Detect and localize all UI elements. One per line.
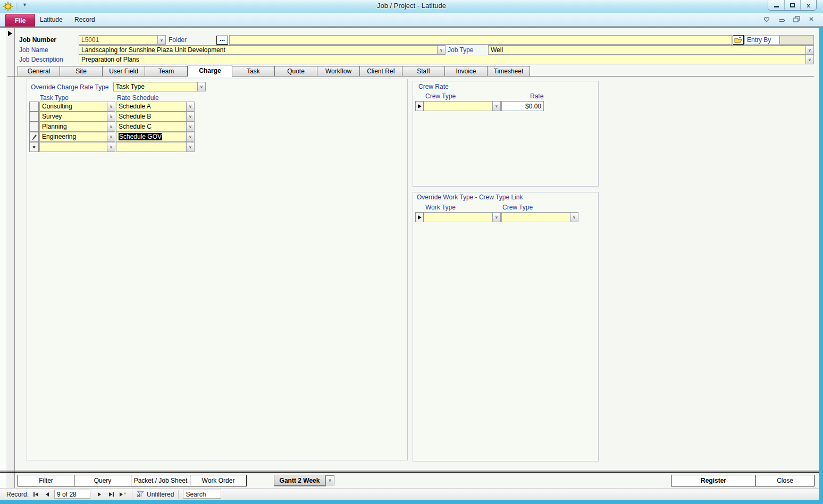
filter-button[interactable]: Filter [18,475,74,486]
task-type-cell[interactable]: ∨ [39,142,115,152]
query-button[interactable]: Query [74,475,131,486]
chevron-down-icon[interactable]: ∨ [186,132,194,141]
rate-schedule-cell[interactable]: ∨ [116,142,195,152]
mdi-close-icon[interactable]: ✕ [807,15,816,23]
register-button[interactable]: Register [671,475,756,486]
work-type-value [424,213,492,222]
next-record-button[interactable] [95,490,104,499]
chevron-down-icon[interactable]: ∨ [107,122,115,131]
job-type-label: Job Type [448,46,473,54]
tab-timesheet[interactable]: Timesheet [488,66,530,77]
record-selector-strip[interactable] [6,28,15,488]
job-type-combo[interactable]: Well ∨ [488,45,814,55]
mdi-restore-icon[interactable] [792,15,801,23]
chevron-down-icon[interactable]: ∨ [186,102,194,111]
menu-record[interactable]: Record [74,16,95,23]
override-charge-rate-type-combo[interactable]: Task Type ∨ [113,82,206,91]
open-folder-button[interactable] [733,35,744,45]
mdi-window-controls: ✕ [762,15,816,23]
tab-quote[interactable]: Quote [275,66,317,77]
work-order-button[interactable]: Work Order [190,475,247,486]
tab-invoice[interactable]: Invoice [445,66,488,77]
tab-workflow[interactable]: Workflow [317,66,360,77]
rate-schedule-cell-selected[interactable]: Schedule GOV ∨ [116,132,195,142]
window-controls: x [768,0,817,11]
row-selector[interactable] [29,112,39,122]
chevron-down-icon[interactable]: ∨ [186,122,194,131]
chevron-down-icon[interactable]: ∨ [186,142,194,152]
tab-task[interactable]: Task [232,66,275,77]
tab-site[interactable]: Site [60,66,103,77]
record-position-box[interactable]: 9 of 28 [54,490,90,499]
crew-type-cell[interactable]: ∨ [424,101,501,111]
job-project-form: Job Number L5001 ∨ Folder ... Entry By J… [0,28,819,488]
entry-by-label: Entry By [744,35,779,45]
chevron-down-icon[interactable]: ∨ [107,102,115,111]
search-input[interactable] [183,490,221,499]
tab-team[interactable]: Team [145,66,188,77]
heart-icon[interactable] [762,15,771,23]
new-row-selector[interactable]: * [29,142,39,152]
row-selector[interactable] [29,122,39,132]
chevron-down-icon[interactable]: ∨ [107,112,115,121]
work-type-cell[interactable]: ∨ [424,212,501,222]
row-selector-current[interactable] [415,212,424,222]
mdi-minimize-icon[interactable] [777,15,786,23]
rate-cell[interactable]: $0.00 [501,101,544,111]
task-type-cell[interactable]: Consulting ∨ [39,102,115,112]
filter-state-toggle[interactable]: Unfiltered [147,491,174,498]
task-type-cell[interactable]: Engineering ∨ [39,132,115,142]
record-navigation-bar: Record: 9 of 28 * Unfiltered [0,488,819,500]
chevron-down-icon[interactable]: ∨ [492,102,500,111]
rate-schedule-cell[interactable]: Schedule B ∨ [116,112,195,122]
close-form-button[interactable]: Close [755,475,814,486]
folder-path-field[interactable] [229,35,732,45]
crew-type-cell[interactable]: ∨ [501,212,578,222]
first-record-button[interactable] [31,490,40,499]
chevron-down-icon[interactable]: ∨ [492,213,500,222]
row-selector-editing[interactable] [29,132,39,142]
chevron-down-icon[interactable]: ∨ [437,46,445,54]
entry-by-field[interactable] [779,35,814,45]
chevron-down-icon[interactable]: ∨ [805,55,813,64]
tab-client-ref[interactable]: Client Ref [360,66,402,77]
menu-file[interactable]: File [5,14,35,27]
rate-schedule-cell[interactable]: Schedule C ∨ [116,122,195,132]
job-number-combo[interactable]: L5001 ∨ [79,35,166,45]
chevron-down-icon[interactable]: ∨ [197,82,205,91]
chevron-down-icon[interactable]: ∨ [805,46,813,54]
packet-job-sheet-button[interactable]: Packet / Job Sheet [131,475,190,486]
row-selector-current[interactable] [415,101,424,111]
last-record-button[interactable] [106,490,116,499]
chevron-down-icon[interactable]: ∨ [186,112,194,121]
previous-record-button[interactable] [43,490,52,499]
minimize-button[interactable] [768,0,784,10]
task-type-value: Survey [40,112,107,121]
new-record-button[interactable]: * [118,490,128,499]
menu-latitude[interactable]: Latitude [40,16,63,23]
tab-charge[interactable]: Charge [188,65,232,77]
close-button[interactable]: x [800,0,816,10]
chevron-down-icon[interactable]: ∨ [107,142,115,152]
tab-general[interactable]: General [18,66,60,77]
job-name-combo[interactable]: Landscaping for Sunshine Plaza Unit Deve… [79,45,446,55]
tab-user-field[interactable]: User Field [103,66,145,77]
override-charge-rate-type-value: Task Type [114,82,197,91]
row-selector[interactable] [29,102,39,112]
chevron-down-icon[interactable]: ∨ [570,213,578,222]
chevron-down-icon[interactable]: ∨ [157,36,165,44]
chevron-down-icon[interactable]: ∨ [107,132,115,141]
job-description-combo[interactable]: Preparation of Plans ∨ [79,55,814,64]
window-title: Job / Project - Latitude [0,2,823,10]
tab-strip: General Site User Field Team Charge Task… [18,66,530,77]
maximize-icon [790,3,795,7]
maximize-button[interactable] [784,0,800,10]
filter-cleared-icon[interactable] [137,491,145,498]
task-type-cell[interactable]: Survey ∨ [39,112,115,122]
tab-staff[interactable]: Staff [402,66,445,77]
rate-schedule-cell[interactable]: Schedule A ∨ [116,102,195,112]
folder-browse-button[interactable]: ... [216,36,228,45]
gantt-view-selector[interactable]: Gantt 2 Week [274,475,325,486]
chevron-down-icon[interactable]: ∨ [325,475,334,485]
task-type-cell[interactable]: Planning ∨ [39,122,115,132]
